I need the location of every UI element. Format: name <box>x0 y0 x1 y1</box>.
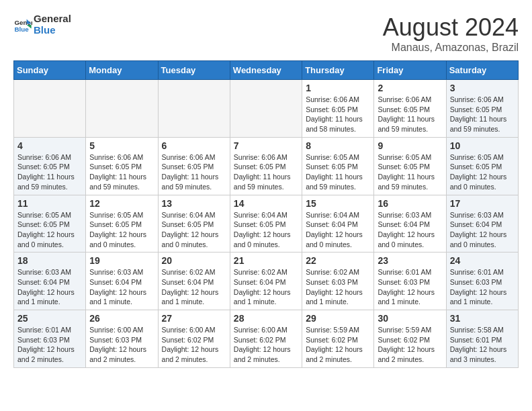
day-number: 4 <box>17 140 82 151</box>
day-number: 19 <box>89 255 154 266</box>
day-info: Sunrise: 6:06 AM Sunset: 6:05 PM Dayligh… <box>234 152 298 192</box>
day-number: 17 <box>450 198 515 209</box>
day-info: Sunrise: 6:03 AM Sunset: 6:04 PM Dayligh… <box>89 267 154 307</box>
calendar-body: 1Sunrise: 6:06 AM Sunset: 6:05 PM Daylig… <box>14 80 519 368</box>
day-info: Sunrise: 5:59 AM Sunset: 6:02 PM Dayligh… <box>378 325 442 365</box>
calendar-cell: 11Sunrise: 6:05 AM Sunset: 6:05 PM Dayli… <box>14 195 86 253</box>
day-number: 13 <box>162 198 226 209</box>
day-info: Sunrise: 6:02 AM Sunset: 6:04 PM Dayligh… <box>162 267 226 307</box>
day-info: Sunrise: 6:01 AM Sunset: 6:03 PM Dayligh… <box>17 325 82 365</box>
day-info: Sunrise: 5:59 AM Sunset: 6:02 PM Dayligh… <box>306 325 370 365</box>
day-info: Sunrise: 6:06 AM Sunset: 6:05 PM Dayligh… <box>17 152 82 192</box>
day-info: Sunrise: 6:01 AM Sunset: 6:03 PM Dayligh… <box>378 267 442 307</box>
title-block: August 2024 Manaus, Amazonas, Brazil <box>383 13 519 54</box>
calendar-cell: 6Sunrise: 6:06 AM Sunset: 6:05 PM Daylig… <box>158 137 230 195</box>
day-info: Sunrise: 6:06 AM Sunset: 6:05 PM Dayligh… <box>378 95 442 134</box>
calendar-cell: 9Sunrise: 6:05 AM Sunset: 6:05 PM Daylig… <box>374 137 446 195</box>
calendar-cell: 19Sunrise: 6:03 AM Sunset: 6:04 PM Dayli… <box>86 253 158 310</box>
calendar-cell: 26Sunrise: 6:00 AM Sunset: 6:03 PM Dayli… <box>86 310 158 368</box>
day-number: 10 <box>450 140 515 151</box>
day-number: 6 <box>162 140 226 151</box>
calendar-cell: 21Sunrise: 6:02 AM Sunset: 6:04 PM Dayli… <box>230 253 302 310</box>
calendar-cell: 17Sunrise: 6:03 AM Sunset: 6:04 PM Dayli… <box>446 195 518 253</box>
day-number: 7 <box>234 140 298 151</box>
day-info: Sunrise: 6:05 AM Sunset: 6:05 PM Dayligh… <box>89 210 154 250</box>
day-info: Sunrise: 6:02 AM Sunset: 6:04 PM Dayligh… <box>234 267 298 307</box>
calendar-cell: 23Sunrise: 6:01 AM Sunset: 6:03 PM Dayli… <box>374 253 446 310</box>
day-number: 21 <box>234 255 298 266</box>
weekday-header-thursday: Thursday <box>302 61 374 80</box>
calendar-cell: 30Sunrise: 5:59 AM Sunset: 6:02 PM Dayli… <box>374 310 446 368</box>
calendar-header-row: SundayMondayTuesdayWednesdayThursdayFrid… <box>14 61 519 80</box>
day-number: 9 <box>378 140 442 151</box>
day-info: Sunrise: 6:00 AM Sunset: 6:02 PM Dayligh… <box>234 325 298 365</box>
day-number: 15 <box>306 198 370 209</box>
page-header: General Blue General Blue August 2024 Ma… <box>13 13 519 54</box>
calendar-cell: 24Sunrise: 6:01 AM Sunset: 6:03 PM Dayli… <box>446 253 518 310</box>
day-info: Sunrise: 6:00 AM Sunset: 6:03 PM Dayligh… <box>89 325 154 365</box>
calendar-cell: 31Sunrise: 5:58 AM Sunset: 6:01 PM Dayli… <box>446 310 518 368</box>
location-subtitle: Manaus, Amazonas, Brazil <box>383 42 519 54</box>
weekday-header-wednesday: Wednesday <box>230 61 302 80</box>
day-number: 14 <box>234 198 298 209</box>
day-number: 2 <box>378 83 442 93</box>
month-year-title: August 2024 <box>383 13 519 42</box>
calendar-cell: 25Sunrise: 6:01 AM Sunset: 6:03 PM Dayli… <box>14 310 86 368</box>
calendar-week-5: 25Sunrise: 6:01 AM Sunset: 6:03 PM Dayli… <box>14 310 519 368</box>
day-info: Sunrise: 6:05 AM Sunset: 6:05 PM Dayligh… <box>17 210 82 250</box>
day-info: Sunrise: 6:05 AM Sunset: 6:05 PM Dayligh… <box>450 152 515 192</box>
day-info: Sunrise: 6:06 AM Sunset: 6:05 PM Dayligh… <box>162 152 226 192</box>
calendar-cell: 28Sunrise: 6:00 AM Sunset: 6:02 PM Dayli… <box>230 310 302 368</box>
calendar-week-3: 11Sunrise: 6:05 AM Sunset: 6:05 PM Dayli… <box>14 195 519 253</box>
day-info: Sunrise: 6:06 AM Sunset: 6:05 PM Dayligh… <box>89 152 154 192</box>
day-info: Sunrise: 5:58 AM Sunset: 6:01 PM Dayligh… <box>450 325 515 365</box>
day-number: 26 <box>89 313 154 324</box>
day-info: Sunrise: 6:05 AM Sunset: 6:05 PM Dayligh… <box>378 152 442 192</box>
day-number: 16 <box>378 198 442 209</box>
calendar-cell <box>14 80 86 138</box>
day-info: Sunrise: 6:02 AM Sunset: 6:03 PM Dayligh… <box>306 267 370 307</box>
day-info: Sunrise: 6:01 AM Sunset: 6:03 PM Dayligh… <box>450 267 515 307</box>
calendar-cell: 15Sunrise: 6:04 AM Sunset: 6:04 PM Dayli… <box>302 195 374 253</box>
calendar-cell: 10Sunrise: 6:05 AM Sunset: 6:05 PM Dayli… <box>446 137 518 195</box>
day-number: 24 <box>450 255 515 266</box>
calendar-cell: 16Sunrise: 6:03 AM Sunset: 6:04 PM Dayli… <box>374 195 446 253</box>
weekday-header-saturday: Saturday <box>446 61 518 80</box>
day-number: 22 <box>306 255 370 266</box>
day-info: Sunrise: 6:03 AM Sunset: 6:04 PM Dayligh… <box>450 210 515 250</box>
day-number: 28 <box>234 313 298 324</box>
logo: General Blue General Blue <box>13 13 71 36</box>
weekday-header-friday: Friday <box>374 61 446 80</box>
calendar-cell <box>86 80 158 138</box>
day-number: 8 <box>306 140 370 151</box>
calendar-cell: 22Sunrise: 6:02 AM Sunset: 6:03 PM Dayli… <box>302 253 374 310</box>
weekday-header-sunday: Sunday <box>14 61 86 80</box>
day-info: Sunrise: 6:06 AM Sunset: 6:05 PM Dayligh… <box>450 95 515 134</box>
day-info: Sunrise: 6:03 AM Sunset: 6:04 PM Dayligh… <box>378 210 442 250</box>
calendar-cell: 13Sunrise: 6:04 AM Sunset: 6:05 PM Dayli… <box>158 195 230 253</box>
day-number: 30 <box>378 313 442 324</box>
day-number: 25 <box>17 313 82 324</box>
day-number: 11 <box>17 198 82 209</box>
calendar-table: SundayMondayTuesdayWednesdayThursdayFrid… <box>13 60 519 368</box>
calendar-cell: 12Sunrise: 6:05 AM Sunset: 6:05 PM Dayli… <box>86 195 158 253</box>
calendar-week-2: 4Sunrise: 6:06 AM Sunset: 6:05 PM Daylig… <box>14 137 519 195</box>
day-number: 12 <box>89 198 154 209</box>
day-number: 1 <box>306 83 370 93</box>
calendar-cell: 1Sunrise: 6:06 AM Sunset: 6:05 PM Daylig… <box>302 80 374 138</box>
calendar-cell <box>230 80 302 138</box>
calendar-cell: 5Sunrise: 6:06 AM Sunset: 6:05 PM Daylig… <box>86 137 158 195</box>
day-info: Sunrise: 6:04 AM Sunset: 6:04 PM Dayligh… <box>306 210 370 250</box>
day-number: 18 <box>17 255 82 266</box>
day-number: 29 <box>306 313 370 324</box>
day-info: Sunrise: 6:05 AM Sunset: 6:05 PM Dayligh… <box>306 152 370 192</box>
calendar-cell: 18Sunrise: 6:03 AM Sunset: 6:04 PM Dayli… <box>14 253 86 310</box>
weekday-header-monday: Monday <box>86 61 158 80</box>
calendar-cell: 2Sunrise: 6:06 AM Sunset: 6:05 PM Daylig… <box>374 80 446 138</box>
calendar-week-1: 1Sunrise: 6:06 AM Sunset: 6:05 PM Daylig… <box>14 80 519 138</box>
calendar-week-4: 18Sunrise: 6:03 AM Sunset: 6:04 PM Dayli… <box>14 253 519 310</box>
day-number: 31 <box>450 313 515 324</box>
day-info: Sunrise: 6:04 AM Sunset: 6:05 PM Dayligh… <box>162 210 226 250</box>
day-number: 20 <box>162 255 226 266</box>
day-number: 5 <box>89 140 154 151</box>
